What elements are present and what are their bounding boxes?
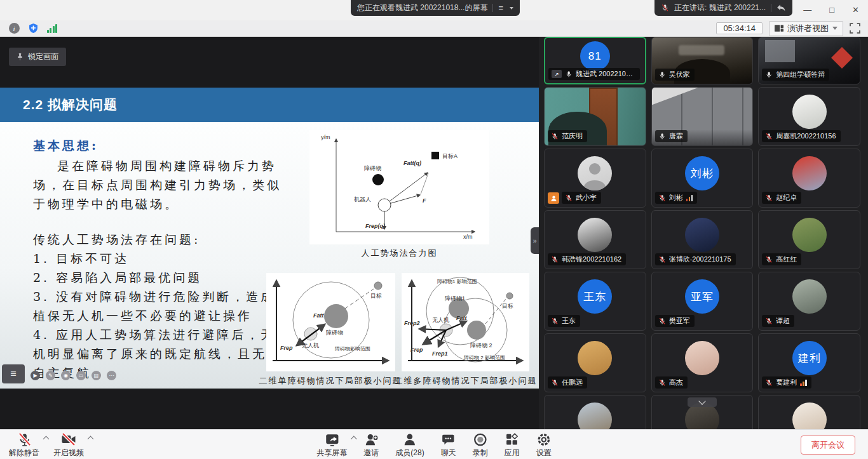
divider xyxy=(492,4,493,12)
more-icon[interactable]: ⋯ xyxy=(107,371,116,380)
vector-label: Fatt xyxy=(313,312,324,319)
avatar xyxy=(545,396,646,429)
participant-tile[interactable]: 亚军 樊亚军 xyxy=(651,272,754,331)
record-button[interactable]: 录制 xyxy=(473,432,488,458)
mic-status-icon xyxy=(658,133,666,140)
view-mode-selector[interactable]: 演讲者视图 xyxy=(769,21,843,36)
participant-tile[interactable]: 张博欣-2002210175 xyxy=(651,210,754,269)
mic-status-icon xyxy=(765,379,773,387)
apps-icon xyxy=(505,432,520,447)
participant-name-bar: 范庆明 xyxy=(548,130,587,142)
participant-tile[interactable]: 高杰 xyxy=(651,333,754,392)
participant-name-bar: 樊亚军 xyxy=(655,315,695,327)
settings-button[interactable]: 设置 xyxy=(536,432,552,458)
participant-tile[interactable]: 81 ↗ 魏进武 2002210181... xyxy=(544,37,646,84)
start-video-button[interactable]: 开启视频 xyxy=(53,432,84,458)
participant-tile[interactable]: 刘彬 刘彬 xyxy=(651,149,754,208)
info-icon[interactable]: i xyxy=(8,22,20,35)
diagram-caption: 二维多障碍物情况下局部极小问题 xyxy=(393,375,539,387)
mic-status-icon xyxy=(551,256,559,263)
participant-tile[interactable]: 范庆明 xyxy=(544,87,646,146)
vector-label: Frep(q) xyxy=(365,223,385,229)
share-screen-button[interactable]: 共享屏幕 xyxy=(316,432,347,458)
participant-tile[interactable]: 第四组学硕答辩 xyxy=(758,37,860,84)
hide-panel-handle[interactable]: » xyxy=(531,227,539,254)
participant-tile[interactable] xyxy=(651,395,754,429)
speaking-banner: 正在讲话: 魏进武 200221... xyxy=(654,0,792,16)
participant-name-bar: 要建利 xyxy=(762,376,811,389)
layout-icon xyxy=(775,24,783,32)
participant-tile[interactable]: 王东 王东 xyxy=(544,272,646,331)
vector-label: Fatt xyxy=(456,315,467,321)
leave-meeting-button[interactable]: 离开会议 xyxy=(801,436,855,455)
apps-button[interactable]: 应用 xyxy=(505,432,520,458)
banner-menu-icon[interactable]: ≡ xyxy=(498,3,503,13)
close-button[interactable]: ✕ xyxy=(852,5,859,15)
participant-tile[interactable]: 周嘉凯2002210156 xyxy=(758,87,860,146)
avatar xyxy=(759,396,860,429)
security-shield-icon[interactable] xyxy=(27,22,39,35)
diagram-caption: 二维单障碍物情况下局部极小问题 xyxy=(257,375,404,387)
play-icon[interactable]: ▶ xyxy=(31,371,40,380)
record-icon xyxy=(473,432,488,447)
participant-tile[interactable] xyxy=(758,395,860,429)
participant-tile[interactable]: 吴伏家 xyxy=(651,37,754,84)
participant-name: 武小宇 xyxy=(576,193,597,203)
title-bar: 您正在观看魏进武 200221018...的屏幕 ≡ 正在讲话: 魏进武 200… xyxy=(0,0,868,20)
watching-banner[interactable]: 您正在观看魏进武 200221018...的屏幕 ≡ xyxy=(351,0,520,16)
unmute-button[interactable]: 解除静音 xyxy=(9,432,39,458)
mic-status-icon xyxy=(765,317,773,325)
participant-tile[interactable]: 谭超 xyxy=(758,272,860,331)
slide-paragraph: 传统人工势场法存在问题: xyxy=(33,230,295,249)
participant-name: 要建利 xyxy=(776,378,797,387)
undo-arrow-icon[interactable] xyxy=(776,4,786,12)
network-signal-icon[interactable] xyxy=(46,22,58,35)
chevron-up-icon[interactable] xyxy=(43,436,50,442)
network-signal-icon xyxy=(800,380,807,386)
members-button[interactable]: 成员(28) xyxy=(395,432,424,458)
chevron-up-icon[interactable] xyxy=(351,436,357,442)
participant-tile[interactable]: 任鹏远 xyxy=(544,333,646,392)
chat-button[interactable]: 聊天 xyxy=(441,432,456,458)
participants-panel: 81 ↗ 魏进武 2002210181... 吴伏家 第四组学硕答辩 xyxy=(539,37,868,429)
participant-name-bar: 张博欣-2002210175 xyxy=(655,253,736,265)
collapse-videos-button[interactable] xyxy=(688,397,717,407)
participant-tile[interactable] xyxy=(544,395,646,429)
invite-button[interactable]: 邀请 xyxy=(363,432,379,458)
vector-label: Frep2 xyxy=(404,320,420,326)
meeting-timer: 05:34:14 xyxy=(716,22,763,34)
video-icon[interactable]: ▭ xyxy=(76,371,86,380)
invite-icon xyxy=(363,432,379,447)
pin-icon xyxy=(17,53,24,61)
vector-label: Frep1 xyxy=(432,350,448,357)
chevron-up-icon[interactable] xyxy=(88,436,94,442)
participant-tile[interactable]: 高红红 xyxy=(758,210,860,269)
pencil-icon[interactable]: ✎ xyxy=(46,371,55,380)
diagram-label: 障碍物 2 xyxy=(470,342,492,350)
participant-name: 唐霖 xyxy=(669,131,683,141)
maximize-button[interactable]: □ xyxy=(829,5,834,15)
participant-tile[interactable]: 武小宇 xyxy=(544,149,646,208)
annotation-list-button[interactable]: ≡ xyxy=(2,364,25,383)
mic-status-icon xyxy=(658,71,666,79)
mic-status-icon xyxy=(658,194,666,202)
participant-name-bar: 周嘉凯2002210156 xyxy=(762,130,840,142)
minimize-button[interactable]: — xyxy=(803,5,811,15)
participant-tile[interactable]: 赵纪卓 xyxy=(758,149,860,208)
fullscreen-icon[interactable] xyxy=(850,23,860,34)
spotlight-icon[interactable]: ◉ xyxy=(61,371,71,380)
problem-item: 1. 目标不可达 xyxy=(33,249,295,268)
participant-tile[interactable]: 唐霖 xyxy=(651,87,754,146)
divider xyxy=(771,4,771,12)
participant-name: 任鹏远 xyxy=(562,378,583,387)
participant-name-bar: 谭超 xyxy=(762,315,794,327)
participant-name-bar: 王东 xyxy=(548,315,580,327)
mic-status-icon xyxy=(551,317,559,325)
participant-tile[interactable]: 建利 要建利 xyxy=(758,333,860,392)
notes-icon[interactable]: ▤ xyxy=(92,371,101,380)
participant-tile[interactable]: 韩浩锋2002210162 xyxy=(544,210,646,269)
participant-name: 周嘉凯2002210156 xyxy=(776,131,836,141)
chevron-down-icon xyxy=(510,7,513,10)
mic-status-icon xyxy=(765,133,773,140)
lock-view-button[interactable]: 锁定画面 xyxy=(9,48,66,66)
